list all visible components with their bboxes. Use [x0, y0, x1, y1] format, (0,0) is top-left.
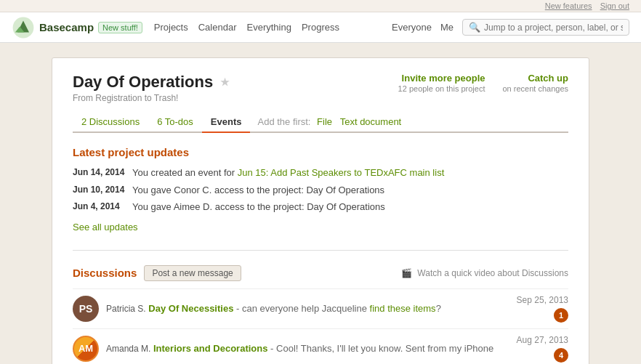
- update-link-0[interactable]: Jun 15: Add Past Speakers to TEDxAFC mai…: [238, 167, 444, 178]
- discussion-excerpt-0: - can everyone help Jacqueline find thes…: [236, 303, 441, 314]
- app-name: Basecamp: [39, 21, 94, 33]
- discussion-row-1: AM Amanda M. Interiors and Decorations -…: [73, 328, 568, 365]
- update-row-1: Jun 10, 2014 You gave Conor C. access to…: [73, 183, 568, 198]
- discussion-meta-1: Aug 27, 2013 4: [503, 335, 568, 363]
- top-nav: Projects Calendar Everything Progress: [154, 22, 380, 33]
- add-text-doc-link[interactable]: Text document: [340, 116, 402, 127]
- discussion-date-0: Sep 25, 2013: [517, 295, 568, 305]
- project-title-text: Day Of Operations: [73, 73, 213, 92]
- update-row-0: Jun 14, 2014 You created an event for Ju…: [73, 166, 568, 180]
- discussion-meta-0: Sep 25, 2013 1: [503, 295, 568, 323]
- logo-area: Basecamp New stuff!: [12, 16, 142, 39]
- discussions-header-left: Discussions Post a new message: [73, 265, 241, 281]
- invite-people-action: Invite more people 12 people on this pro…: [398, 73, 485, 93]
- add-first-label: Add the first: File Text document: [257, 116, 401, 127]
- tab-events[interactable]: Events: [202, 112, 251, 133]
- discussion-title-link-0[interactable]: Day Of Necessities: [148, 303, 233, 314]
- nav-projects[interactable]: Projects: [154, 22, 188, 33]
- search-input[interactable]: [484, 23, 623, 33]
- basecamp-logo[interactable]: [12, 16, 35, 39]
- update-date-1: Jun 10, 2014: [73, 183, 125, 198]
- new-features-link[interactable]: New features: [545, 1, 592, 10]
- discussion-row-0: PS Patricia S. Day Of Necessities - can …: [73, 288, 568, 328]
- avatar-1: AM: [73, 336, 99, 362]
- project-tabs: 2 Discussions 6 To-dos Events Add the fi…: [73, 112, 568, 133]
- project-subtitle: From Registration to Trash!: [73, 93, 230, 103]
- divider-updates-discussions: [73, 250, 568, 251]
- update-date-0: Jun 14, 2014: [73, 166, 125, 180]
- discussions-header: Discussions Post a new message 🎬 Watch a…: [73, 265, 568, 281]
- update-text-1: You gave Conor C. access to the project:…: [132, 183, 384, 198]
- discussion-date-1: Aug 27, 2013: [517, 335, 568, 345]
- discussion-info-0: Patricia S. Day Of Necessities - can eve…: [106, 303, 496, 314]
- project-header: Day Of Operations ★ From Registration to…: [73, 73, 568, 103]
- discussion-title-link-1[interactable]: Interiors and Decorations: [153, 343, 267, 354]
- main-content: Day Of Operations ★ From Registration to…: [52, 57, 589, 364]
- invite-people-sub: 12 people on this project: [398, 84, 485, 93]
- nav-calendar[interactable]: Calendar: [198, 22, 237, 33]
- top-right-nav: Everyone Me 🔍: [392, 19, 629, 36]
- invite-people-link[interactable]: Invite more people: [402, 73, 485, 84]
- avatar-0: PS: [73, 296, 99, 322]
- tab-todos[interactable]: 6 To-dos: [148, 112, 202, 133]
- discussion-count-0: 1: [554, 308, 568, 323]
- discussions-video-link[interactable]: 🎬 Watch a quick video about Discussions: [401, 268, 568, 278]
- update-date-2: Jun 4, 2014: [73, 200, 125, 214]
- catchup-sub: on recent changes: [502, 84, 568, 93]
- nav-everyone[interactable]: Everyone: [392, 22, 432, 33]
- catchup-action: Catch up on recent changes: [502, 73, 568, 93]
- update-row-2: Jun 4, 2014 You gave Aimee D. access to …: [73, 200, 568, 214]
- add-file-link[interactable]: File: [317, 116, 332, 127]
- project-title-area: Day Of Operations ★ From Registration to…: [73, 73, 230, 103]
- discussion-excerpt-1: - Cool! Thanks, I'll let you know. Sent …: [270, 343, 493, 354]
- search-icon: 🔍: [469, 22, 480, 33]
- discussion-info-1: Amanda M. Interiors and Decorations - Co…: [106, 343, 496, 354]
- system-bar: New features Sign out: [0, 0, 641, 12]
- nav-progress[interactable]: Progress: [302, 22, 339, 33]
- search-box: 🔍: [462, 19, 629, 36]
- see-all-updates-link[interactable]: See all updates: [73, 222, 138, 232]
- updates-section: Latest project updates Jun 14, 2014 You …: [73, 146, 568, 232]
- update-text-2: You gave Aimee D. access to the project:…: [132, 200, 385, 214]
- star-icon[interactable]: ★: [220, 76, 230, 88]
- discussion-excerpt-link-0[interactable]: find these items: [370, 303, 436, 314]
- film-icon: 🎬: [401, 268, 412, 278]
- updates-title: Latest project updates: [73, 146, 568, 158]
- new-stuff-badge[interactable]: New stuff!: [98, 22, 142, 33]
- top-navigation-bar: Basecamp New stuff! Projects Calendar Ev…: [0, 12, 641, 43]
- nav-me[interactable]: Me: [440, 22, 453, 33]
- discussion-author-1: Amanda M.: [106, 344, 150, 354]
- sign-out-link[interactable]: Sign out: [600, 1, 629, 10]
- discussion-count-1: 4: [554, 348, 568, 363]
- discussions-title: Discussions: [73, 267, 137, 279]
- nav-everything[interactable]: Everything: [247, 22, 291, 33]
- discussion-author-0: Patricia S.: [106, 304, 146, 314]
- catchup-link[interactable]: Catch up: [528, 73, 568, 84]
- project-title: Day Of Operations ★: [73, 73, 230, 92]
- project-actions: Invite more people 12 people on this pro…: [398, 73, 568, 93]
- discussions-section: Discussions Post a new message 🎬 Watch a…: [73, 265, 568, 365]
- update-text-0: You created an event for Jun 15: Add Pas…: [132, 166, 444, 180]
- tab-discussions[interactable]: 2 Discussions: [73, 112, 148, 133]
- post-new-message-button[interactable]: Post a new message: [144, 265, 241, 281]
